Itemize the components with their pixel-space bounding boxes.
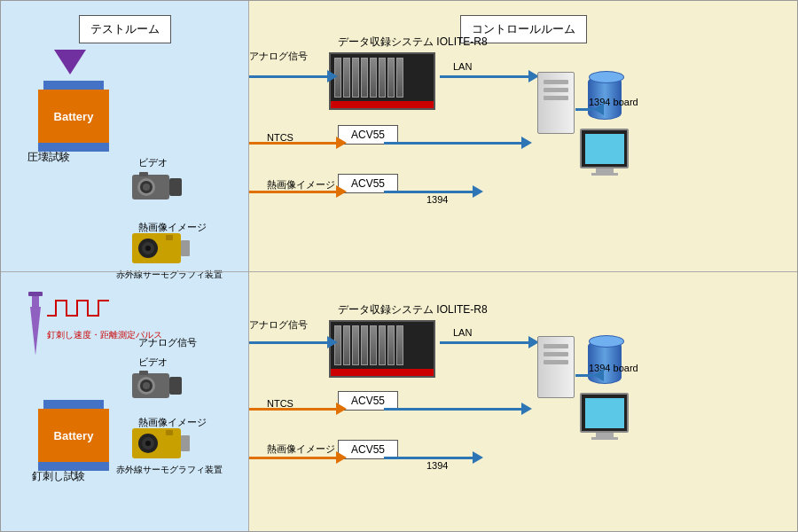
svg-point-24 xyxy=(145,441,151,446)
test-room-label: テストルーム xyxy=(79,15,171,43)
acv55-arrow-lower-1 xyxy=(384,403,532,415)
board-arrow-upper xyxy=(575,103,604,115)
svg-point-19 xyxy=(143,382,150,389)
svg-rect-11 xyxy=(166,235,173,240)
lan-arrow-upper xyxy=(440,70,539,82)
left-panel: テストルーム Battery 圧壊試験 ビデオ xyxy=(1,1,249,531)
iolite-box-lower xyxy=(329,320,435,378)
acv55-arrow-upper-1 xyxy=(384,137,532,149)
computer-upper xyxy=(537,72,629,176)
monitor-upper xyxy=(580,129,629,168)
nail-upper xyxy=(26,289,45,363)
lan-arrow-lower xyxy=(440,336,539,348)
thermal-camera-lower xyxy=(132,425,190,465)
analog-arrow-upper xyxy=(249,70,338,82)
computer-lower xyxy=(537,336,629,440)
ntcs-arrow-lower xyxy=(249,403,347,415)
camera-lower xyxy=(132,366,185,409)
left-header: テストルーム xyxy=(1,1,248,51)
thermal-arrow-upper xyxy=(249,185,347,198)
iolite-box-upper xyxy=(329,52,435,110)
svg-rect-20 xyxy=(139,371,148,375)
svg-marker-12 xyxy=(30,307,41,356)
svg-rect-25 xyxy=(181,435,190,451)
right-header: コントロールルーム xyxy=(249,1,797,51)
ntcs-arrow-upper xyxy=(249,137,347,149)
thermal-camera-upper xyxy=(132,230,190,270)
svg-point-9 xyxy=(145,246,151,251)
battery-lower: Battery xyxy=(38,400,109,471)
svg-rect-1 xyxy=(169,178,182,196)
monitor-lower xyxy=(580,393,629,433)
acv55-arrow-upper-2 xyxy=(384,185,483,198)
svg-rect-5 xyxy=(139,172,148,176)
svg-point-4 xyxy=(143,184,150,191)
svg-rect-14 xyxy=(28,292,43,296)
acv55-arrow-lower-2 xyxy=(384,451,483,464)
right-divider xyxy=(249,271,797,272)
nail-test-label: 釘刺し試験 xyxy=(32,469,85,484)
pulse-signal: 釘刺し速度・距離測定パルス xyxy=(47,293,162,341)
analog-arrow-lower xyxy=(249,336,338,348)
camera-upper xyxy=(132,168,185,210)
section-divider xyxy=(1,271,248,272)
board-arrow-lower xyxy=(575,369,604,381)
main-container: テストルーム Battery 圧壊試験 ビデオ xyxy=(0,0,798,532)
svg-rect-10 xyxy=(181,240,190,256)
right-panel: コントロールルーム データ収録システム IOLITE-R8 xyxy=(249,1,797,531)
thermal-arrow-lower xyxy=(249,451,347,464)
svg-rect-16 xyxy=(169,377,182,395)
battery-upper: Battery xyxy=(38,81,109,152)
analog-signal-label-lower: アナログ信号 xyxy=(138,336,197,349)
iolite-label-lower: データ収録システム IOLITE-R8 xyxy=(338,302,488,317)
ir-thermography-label-lower: 赤外線サーモグラフィ装置 xyxy=(116,464,223,476)
iolite-label-upper: データ収録システム IOLITE-R8 xyxy=(338,35,488,50)
analog-signal-label-lower-r: アナログ信号 xyxy=(249,318,308,332)
analog-signal-label-upper: アナログ信号 xyxy=(249,50,308,63)
svg-rect-26 xyxy=(166,430,173,435)
compression-test-label: 圧壊試験 xyxy=(27,150,70,165)
